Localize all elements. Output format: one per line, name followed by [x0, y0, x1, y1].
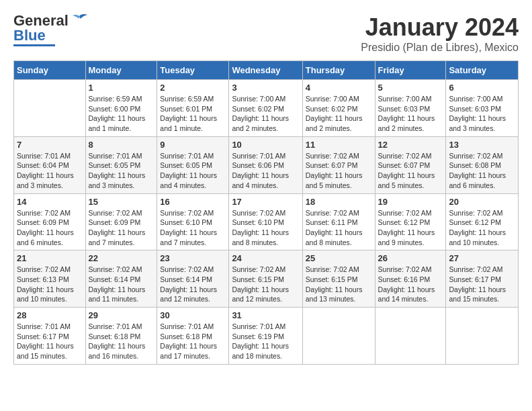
day-number: 21 — [17, 253, 83, 263]
day-info: Sunrise: 7:02 AM Sunset: 6:13 PM Dayligh… — [17, 265, 83, 304]
calendar-cell: 7Sunrise: 7:01 AM Sunset: 6:04 PM Daylig… — [14, 136, 86, 193]
day-info: Sunrise: 7:02 AM Sunset: 6:10 PM Dayligh… — [232, 208, 299, 248]
calendar-header: Sunday Monday Tuesday Wednesday Thursday… — [14, 61, 519, 80]
calendar-cell: 22Sunrise: 7:02 AM Sunset: 6:14 PM Dayli… — [85, 250, 157, 308]
day-number: 4 — [306, 83, 372, 93]
header-thursday: Thursday — [302, 61, 375, 80]
header-tuesday: Tuesday — [157, 61, 229, 80]
day-number: 1 — [89, 83, 154, 93]
day-info: Sunrise: 7:01 AM Sunset: 6:05 PM Dayligh… — [89, 151, 154, 191]
day-info: Sunrise: 7:02 AM Sunset: 6:14 PM Dayligh… — [89, 265, 154, 304]
day-number: 9 — [160, 140, 226, 150]
day-number: 6 — [449, 83, 515, 93]
day-info: Sunrise: 7:00 AM Sunset: 6:03 PM Dayligh… — [449, 94, 515, 134]
calendar-cell: 14Sunrise: 7:02 AM Sunset: 6:09 PM Dayli… — [14, 193, 86, 250]
calendar-cell: 11Sunrise: 7:02 AM Sunset: 6:07 PM Dayli… — [302, 136, 375, 193]
logo-blue: Blue — [13, 28, 46, 43]
day-info: Sunrise: 7:00 AM Sunset: 6:03 PM Dayligh… — [378, 94, 443, 134]
day-number: 5 — [378, 83, 443, 93]
calendar-cell: 28Sunrise: 7:01 AM Sunset: 6:17 PM Dayli… — [14, 308, 86, 365]
calendar-cell: 13Sunrise: 7:02 AM Sunset: 6:08 PM Dayli… — [446, 136, 519, 193]
day-info: Sunrise: 7:01 AM Sunset: 6:18 PM Dayligh… — [89, 322, 154, 361]
calendar-cell: 31Sunrise: 7:01 AM Sunset: 6:19 PM Dayli… — [229, 308, 302, 365]
day-number: 19 — [378, 197, 443, 207]
day-info: Sunrise: 6:59 AM Sunset: 6:00 PM Dayligh… — [89, 94, 154, 134]
header-friday: Friday — [375, 61, 446, 80]
day-info: Sunrise: 7:02 AM Sunset: 6:10 PM Dayligh… — [160, 208, 226, 248]
calendar-week-2: 7Sunrise: 7:01 AM Sunset: 6:04 PM Daylig… — [14, 136, 519, 193]
day-number: 12 — [378, 140, 443, 150]
calendar-cell: 9Sunrise: 7:01 AM Sunset: 6:05 PM Daylig… — [157, 136, 229, 193]
day-info: Sunrise: 7:02 AM Sunset: 6:12 PM Dayligh… — [449, 208, 515, 248]
day-number: 15 — [89, 197, 154, 207]
day-number: 20 — [449, 197, 515, 207]
calendar-week-1: 1Sunrise: 6:59 AM Sunset: 6:00 PM Daylig… — [14, 80, 519, 137]
day-number: 25 — [306, 253, 372, 263]
day-info: Sunrise: 7:02 AM Sunset: 6:09 PM Dayligh… — [17, 208, 83, 248]
title-section: January 2024 Presidio (Plan de Libres), … — [361, 13, 519, 54]
calendar-cell: 12Sunrise: 7:02 AM Sunset: 6:07 PM Dayli… — [375, 136, 446, 193]
calendar-table: Sunday Monday Tuesday Wednesday Thursday… — [13, 60, 519, 365]
weekday-row: Sunday Monday Tuesday Wednesday Thursday… — [14, 61, 519, 80]
day-number: 2 — [160, 83, 226, 93]
calendar-cell — [14, 80, 86, 137]
day-info: Sunrise: 7:01 AM Sunset: 6:19 PM Dayligh… — [232, 322, 299, 361]
day-number: 27 — [449, 253, 515, 263]
location-title: Presidio (Plan de Libres), Mexico — [361, 42, 519, 54]
calendar-body: 1Sunrise: 6:59 AM Sunset: 6:00 PM Daylig… — [14, 80, 519, 365]
day-info: Sunrise: 7:02 AM Sunset: 6:07 PM Dayligh… — [306, 151, 372, 191]
calendar-cell: 19Sunrise: 7:02 AM Sunset: 6:12 PM Dayli… — [375, 193, 446, 250]
day-number: 18 — [306, 197, 372, 207]
calendar-cell: 6Sunrise: 7:00 AM Sunset: 6:03 PM Daylig… — [446, 80, 519, 137]
day-number: 31 — [232, 310, 299, 320]
calendar-cell: 24Sunrise: 7:02 AM Sunset: 6:15 PM Dayli… — [229, 250, 302, 308]
calendar-cell: 16Sunrise: 7:02 AM Sunset: 6:10 PM Dayli… — [157, 193, 229, 250]
calendar-cell: 25Sunrise: 7:02 AM Sunset: 6:15 PM Dayli… — [302, 250, 375, 308]
calendar-cell: 30Sunrise: 7:01 AM Sunset: 6:18 PM Dayli… — [157, 308, 229, 365]
calendar-cell: 15Sunrise: 7:02 AM Sunset: 6:09 PM Dayli… — [85, 193, 157, 250]
day-number: 22 — [89, 253, 154, 263]
logo-general: General — [13, 13, 69, 28]
header-monday: Monday — [85, 61, 157, 80]
day-number: 24 — [232, 253, 299, 263]
calendar-cell: 3Sunrise: 7:00 AM Sunset: 6:02 PM Daylig… — [229, 80, 302, 137]
calendar-week-5: 28Sunrise: 7:01 AM Sunset: 6:17 PM Dayli… — [14, 308, 519, 365]
day-info: Sunrise: 6:59 AM Sunset: 6:01 PM Dayligh… — [160, 94, 226, 134]
calendar-cell: 20Sunrise: 7:02 AM Sunset: 6:12 PM Dayli… — [446, 193, 519, 250]
day-number: 29 — [89, 310, 154, 320]
day-info: Sunrise: 7:01 AM Sunset: 6:05 PM Dayligh… — [160, 151, 226, 191]
month-title: January 2024 — [361, 13, 519, 42]
logo-underline — [13, 44, 55, 46]
day-info: Sunrise: 7:02 AM Sunset: 6:14 PM Dayligh… — [160, 265, 226, 304]
calendar-cell: 23Sunrise: 7:02 AM Sunset: 6:14 PM Dayli… — [157, 250, 229, 308]
day-info: Sunrise: 7:02 AM Sunset: 6:17 PM Dayligh… — [449, 265, 515, 304]
day-info: Sunrise: 7:02 AM Sunset: 6:09 PM Dayligh… — [89, 208, 154, 248]
header-saturday: Saturday — [446, 61, 519, 80]
calendar-cell: 17Sunrise: 7:02 AM Sunset: 6:10 PM Dayli… — [229, 193, 302, 250]
day-number: 8 — [89, 140, 154, 150]
day-number: 26 — [378, 253, 443, 263]
day-number: 7 — [17, 140, 83, 150]
day-number: 11 — [306, 140, 372, 150]
calendar-cell: 29Sunrise: 7:01 AM Sunset: 6:18 PM Dayli… — [85, 308, 157, 365]
day-info: Sunrise: 7:01 AM Sunset: 6:18 PM Dayligh… — [160, 322, 226, 361]
day-number: 3 — [232, 83, 299, 93]
day-info: Sunrise: 7:02 AM Sunset: 6:12 PM Dayligh… — [378, 208, 443, 248]
day-info: Sunrise: 7:01 AM Sunset: 6:06 PM Dayligh… — [232, 151, 299, 191]
day-number: 14 — [17, 197, 83, 207]
day-info: Sunrise: 7:01 AM Sunset: 6:17 PM Dayligh… — [17, 322, 83, 361]
day-info: Sunrise: 7:02 AM Sunset: 6:15 PM Dayligh… — [232, 265, 299, 304]
day-number: 16 — [160, 197, 226, 207]
day-info: Sunrise: 7:02 AM Sunset: 6:07 PM Dayligh… — [378, 151, 443, 191]
day-info: Sunrise: 7:02 AM Sunset: 6:16 PM Dayligh… — [378, 265, 443, 304]
calendar-cell: 18Sunrise: 7:02 AM Sunset: 6:11 PM Dayli… — [302, 193, 375, 250]
day-info: Sunrise: 7:00 AM Sunset: 6:02 PM Dayligh… — [232, 94, 299, 134]
calendar-cell — [446, 308, 519, 365]
logo-bird-icon — [70, 13, 89, 28]
day-info: Sunrise: 7:02 AM Sunset: 6:08 PM Dayligh… — [449, 151, 515, 191]
day-info: Sunrise: 7:00 AM Sunset: 6:02 PM Dayligh… — [306, 94, 372, 134]
calendar-cell: 26Sunrise: 7:02 AM Sunset: 6:16 PM Dayli… — [375, 250, 446, 308]
day-number: 23 — [160, 253, 226, 263]
header-wednesday: Wednesday — [229, 61, 302, 80]
calendar-cell: 4Sunrise: 7:00 AM Sunset: 6:02 PM Daylig… — [302, 80, 375, 137]
